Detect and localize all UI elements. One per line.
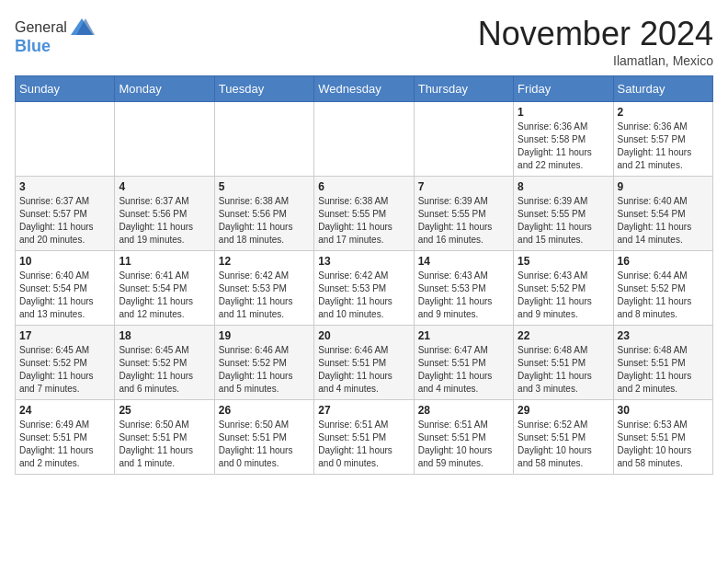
month-title: November 2024 <box>478 15 713 53</box>
day-number: 8 <box>518 180 609 193</box>
day-number: 22 <box>518 329 609 342</box>
day-info: Sunrise: 6:38 AMSunset: 5:56 PMDaylight:… <box>219 195 310 247</box>
calendar-cell <box>16 102 115 177</box>
day-number: 10 <box>19 255 110 268</box>
day-number: 3 <box>19 180 110 193</box>
day-info: Sunrise: 6:45 AMSunset: 5:52 PMDaylight:… <box>119 344 210 396</box>
weekday-header-sunday: Sunday <box>16 76 115 102</box>
weekday-header-monday: Monday <box>115 76 214 102</box>
day-number: 9 <box>618 180 709 193</box>
logo: General Blue <box>15 15 95 56</box>
day-info: Sunrise: 6:48 AMSunset: 5:51 PMDaylight:… <box>518 344 609 396</box>
calendar-cell: 2Sunrise: 6:36 AMSunset: 5:57 PMDaylight… <box>613 102 712 177</box>
day-info: Sunrise: 6:39 AMSunset: 5:55 PMDaylight:… <box>418 195 509 247</box>
calendar-cell: 18Sunrise: 6:45 AMSunset: 5:52 PMDayligh… <box>115 326 214 400</box>
weekday-header-tuesday: Tuesday <box>214 76 313 102</box>
day-info: Sunrise: 6:39 AMSunset: 5:55 PMDaylight:… <box>518 195 609 247</box>
calendar-cell: 30Sunrise: 6:53 AMSunset: 5:51 PMDayligh… <box>613 400 712 475</box>
day-number: 24 <box>19 404 110 417</box>
calendar-table: SundayMondayTuesdayWednesdayThursdayFrid… <box>15 75 713 475</box>
day-number: 2 <box>618 106 709 119</box>
day-info: Sunrise: 6:47 AMSunset: 5:51 PMDaylight:… <box>418 344 509 396</box>
calendar-cell <box>414 102 513 177</box>
day-info: Sunrise: 6:36 AMSunset: 5:57 PMDaylight:… <box>618 121 709 172</box>
day-number: 21 <box>418 329 509 342</box>
calendar-cell: 27Sunrise: 6:51 AMSunset: 5:51 PMDayligh… <box>314 400 414 475</box>
day-number: 1 <box>518 106 609 119</box>
calendar-cell: 28Sunrise: 6:51 AMSunset: 5:51 PMDayligh… <box>414 400 513 475</box>
weekday-header-thursday: Thursday <box>414 76 513 102</box>
day-number: 27 <box>318 404 409 417</box>
day-info: Sunrise: 6:51 AMSunset: 5:51 PMDaylight:… <box>318 419 409 470</box>
calendar-cell: 14Sunrise: 6:43 AMSunset: 5:53 PMDayligh… <box>414 251 513 326</box>
calendar-cell: 11Sunrise: 6:41 AMSunset: 5:54 PMDayligh… <box>115 251 214 326</box>
day-info: Sunrise: 6:53 AMSunset: 5:51 PMDaylight:… <box>618 419 709 470</box>
day-number: 23 <box>618 329 709 342</box>
calendar-cell: 26Sunrise: 6:50 AMSunset: 5:51 PMDayligh… <box>214 400 313 475</box>
calendar-cell: 12Sunrise: 6:42 AMSunset: 5:53 PMDayligh… <box>214 251 313 326</box>
day-number: 11 <box>119 255 210 268</box>
day-number: 18 <box>119 329 210 342</box>
day-info: Sunrise: 6:42 AMSunset: 5:53 PMDaylight:… <box>318 270 409 321</box>
calendar-cell: 9Sunrise: 6:40 AMSunset: 5:54 PMDaylight… <box>613 177 712 251</box>
calendar-cell: 8Sunrise: 6:39 AMSunset: 5:55 PMDaylight… <box>514 177 613 251</box>
calendar-cell: 25Sunrise: 6:50 AMSunset: 5:51 PMDayligh… <box>115 400 214 475</box>
weekday-header-wednesday: Wednesday <box>314 76 414 102</box>
calendar-cell: 5Sunrise: 6:38 AMSunset: 5:56 PMDaylight… <box>214 177 313 251</box>
day-number: 19 <box>219 329 310 342</box>
day-number: 20 <box>318 329 409 342</box>
day-number: 14 <box>418 255 509 268</box>
day-info: Sunrise: 6:46 AMSunset: 5:52 PMDaylight:… <box>219 344 310 396</box>
calendar-cell: 29Sunrise: 6:52 AMSunset: 5:51 PMDayligh… <box>514 400 613 475</box>
day-info: Sunrise: 6:43 AMSunset: 5:52 PMDaylight:… <box>518 270 609 321</box>
calendar-cell: 20Sunrise: 6:46 AMSunset: 5:51 PMDayligh… <box>314 326 414 400</box>
calendar-cell: 4Sunrise: 6:37 AMSunset: 5:56 PMDaylight… <box>115 177 214 251</box>
day-info: Sunrise: 6:41 AMSunset: 5:54 PMDaylight:… <box>119 270 210 321</box>
location: Ilamatlan, Mexico <box>478 53 713 68</box>
calendar-cell <box>115 102 214 177</box>
calendar-cell: 19Sunrise: 6:46 AMSunset: 5:52 PMDayligh… <box>214 326 313 400</box>
day-info: Sunrise: 6:51 AMSunset: 5:51 PMDaylight:… <box>418 419 509 470</box>
calendar-cell: 1Sunrise: 6:36 AMSunset: 5:58 PMDaylight… <box>514 102 613 177</box>
day-number: 26 <box>219 404 310 417</box>
day-info: Sunrise: 6:36 AMSunset: 5:58 PMDaylight:… <box>518 121 609 172</box>
day-info: Sunrise: 6:45 AMSunset: 5:52 PMDaylight:… <box>19 344 110 396</box>
calendar-cell: 22Sunrise: 6:48 AMSunset: 5:51 PMDayligh… <box>514 326 613 400</box>
calendar-cell: 6Sunrise: 6:38 AMSunset: 5:55 PMDaylight… <box>314 177 414 251</box>
day-number: 15 <box>518 255 609 268</box>
day-number: 7 <box>418 180 509 193</box>
weekday-header-friday: Friday <box>514 76 613 102</box>
calendar-cell: 13Sunrise: 6:42 AMSunset: 5:53 PMDayligh… <box>314 251 414 326</box>
day-number: 6 <box>318 180 409 193</box>
day-number: 28 <box>418 404 509 417</box>
week-row-5: 24Sunrise: 6:49 AMSunset: 5:51 PMDayligh… <box>16 400 713 475</box>
day-info: Sunrise: 6:44 AMSunset: 5:52 PMDaylight:… <box>618 270 709 321</box>
day-info: Sunrise: 6:42 AMSunset: 5:53 PMDaylight:… <box>219 270 310 321</box>
calendar-cell: 24Sunrise: 6:49 AMSunset: 5:51 PMDayligh… <box>16 400 115 475</box>
day-number: 25 <box>119 404 210 417</box>
calendar-cell: 21Sunrise: 6:47 AMSunset: 5:51 PMDayligh… <box>414 326 513 400</box>
week-row-4: 17Sunrise: 6:45 AMSunset: 5:52 PMDayligh… <box>16 326 713 400</box>
weekday-header-row: SundayMondayTuesdayWednesdayThursdayFrid… <box>16 76 713 102</box>
day-number: 30 <box>618 404 709 417</box>
day-info: Sunrise: 6:37 AMSunset: 5:56 PMDaylight:… <box>119 195 210 247</box>
week-row-2: 3Sunrise: 6:37 AMSunset: 5:57 PMDaylight… <box>16 177 713 251</box>
day-number: 16 <box>618 255 709 268</box>
day-info: Sunrise: 6:46 AMSunset: 5:51 PMDaylight:… <box>318 344 409 396</box>
day-info: Sunrise: 6:48 AMSunset: 5:51 PMDaylight:… <box>618 344 709 396</box>
calendar-cell: 15Sunrise: 6:43 AMSunset: 5:52 PMDayligh… <box>514 251 613 326</box>
day-number: 29 <box>518 404 609 417</box>
day-number: 12 <box>219 255 310 268</box>
logo-general-text: General <box>15 19 67 36</box>
day-number: 4 <box>119 180 210 193</box>
day-number: 5 <box>219 180 310 193</box>
day-info: Sunrise: 6:49 AMSunset: 5:51 PMDaylight:… <box>19 419 110 470</box>
calendar-cell: 16Sunrise: 6:44 AMSunset: 5:52 PMDayligh… <box>613 251 712 326</box>
page-header: General Blue November 2024 Ilamatlan, Me… <box>15 15 713 68</box>
calendar-cell: 17Sunrise: 6:45 AMSunset: 5:52 PMDayligh… <box>16 326 115 400</box>
day-info: Sunrise: 6:40 AMSunset: 5:54 PMDaylight:… <box>19 270 110 321</box>
week-row-1: 1Sunrise: 6:36 AMSunset: 5:58 PMDaylight… <box>16 102 713 177</box>
day-info: Sunrise: 6:50 AMSunset: 5:51 PMDaylight:… <box>119 419 210 470</box>
day-number: 13 <box>318 255 409 268</box>
day-info: Sunrise: 6:52 AMSunset: 5:51 PMDaylight:… <box>518 419 609 470</box>
